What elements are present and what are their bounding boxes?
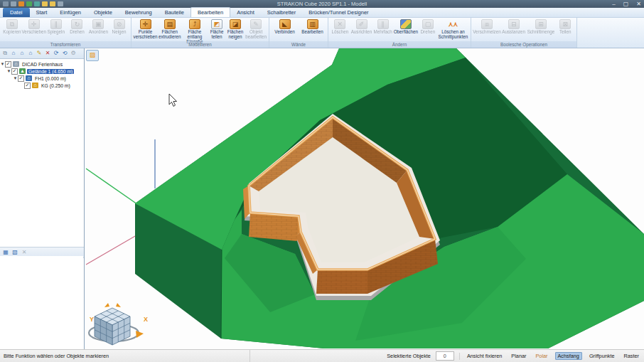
kopieren-button: ⧉ Kopieren	[1, 18, 23, 36]
expander-icon[interactable]: ▼	[6, 69, 11, 73]
waende-bearbeiten-button[interactable]: ▥ Bearbeiten	[299, 18, 326, 36]
add-view-icon[interactable]: ▦	[2, 249, 9, 256]
move-icon: ✛	[28, 19, 40, 29]
minimize-button[interactable]: –	[612, 0, 615, 8]
project-icon: ⌂	[13, 61, 19, 67]
tree-item-fh1[interactable]: ▼ ✓ ⌂ FH1 (0.000 m)	[0, 75, 84, 82]
flaeche-teilen-button[interactable]: ◩ Fläche teilen	[208, 18, 226, 41]
ausstanzen-button: ⊟ Ausstanzen	[501, 18, 526, 36]
refresh-icon[interactable]: ⟳	[53, 50, 60, 57]
nav-arrow-up-left[interactable]	[104, 303, 109, 307]
checkbox-icon[interactable]: ✓	[11, 68, 18, 75]
brick-texture	[249, 213, 299, 241]
tab-einfuegen[interactable]: Einfügen	[53, 8, 87, 17]
tab-bauteile[interactable]: Bauteile	[159, 8, 190, 17]
rotate-icon: ↻	[71, 19, 82, 29]
tab-objekte[interactable]: Objekte	[87, 8, 119, 17]
expander-icon[interactable]: ▼	[0, 62, 5, 66]
toggle-planar[interactable]: Planar	[509, 352, 528, 360]
status-message: Bitte Funktion wählen oder Objekte marki…	[0, 350, 250, 362]
viewport-tool-icon[interactable]: ▨	[86, 50, 99, 61]
tree-item-project[interactable]: ▼ ✓ ⌂ DICAD Ferienhaus	[0, 60, 84, 68]
terrain-icon: ▲	[19, 68, 26, 74]
nav-axis-x-label: X	[144, 316, 148, 323]
level-up-icon[interactable]: ⌂	[18, 50, 26, 57]
tab-ansicht[interactable]: Ansicht	[230, 8, 261, 17]
toggle-ansicht-fixieren[interactable]: Ansicht fixieren	[465, 352, 504, 360]
nav-cube[interactable]: Y X	[89, 303, 148, 345]
ribbon-group-transformieren: ⧉ Kopieren ✛ Verschieben ∥ Spiegeln ↻ Dr…	[0, 18, 132, 48]
checkbox-icon[interactable]: ✓	[24, 82, 31, 89]
slope-faces-icon: ◪	[230, 19, 241, 29]
settings-icon[interactable]: ⚙	[70, 50, 77, 57]
building-icon: ⌂	[26, 75, 32, 81]
tab-bruecken-tunnel-designer[interactable]: Brücken/Tunnel Designer	[302, 8, 375, 17]
pencil-icon[interactable]: ✎	[36, 50, 43, 57]
expander-icon[interactable]: ▼	[13, 76, 18, 80]
scene-3d: Y X	[85, 48, 644, 349]
axis-x	[86, 236, 135, 265]
edit-object-icon: ✎	[250, 19, 262, 29]
group-title-waende: Wände	[269, 41, 328, 48]
copy-icon: ⧉	[6, 19, 18, 29]
frame-icon: ▢	[422, 19, 434, 29]
tilt-icon: ⊘	[114, 19, 125, 29]
close-button[interactable]: ✕	[636, 0, 641, 8]
nav-axis-y-label: Y	[90, 316, 94, 323]
tree-item-gelaende[interactable]: ▼ ✓ ▲ Gelände 1 (4.650 m)	[0, 68, 84, 75]
objekt-bearbeiten-button: ✎ Objekt bearbeiten	[245, 18, 267, 41]
edit-walls-icon: ▥	[307, 19, 318, 29]
tab-datei[interactable]: Datei	[3, 8, 30, 17]
delete-node-icon[interactable]: ✕	[44, 50, 51, 57]
verschmelzen-button: ⧈ Verschmelzen	[473, 18, 501, 36]
boolean-subtract-icon: ⊟	[508, 19, 520, 29]
add-section-icon[interactable]: ▧	[11, 249, 18, 256]
punkte-verschieben-button[interactable]: ✛ Punkte verschieben	[133, 18, 158, 41]
tab-start[interactable]: Start	[30, 8, 54, 17]
mirror-icon: ∥	[50, 19, 62, 29]
toggle-achsfang[interactable]: Achsfang	[555, 352, 582, 360]
maximize-button[interactable]: ▢	[623, 0, 629, 8]
tab-bearbeiten[interactable]: Bearbeiten	[190, 7, 230, 17]
tab-schalbretter[interactable]: Schalbretter	[261, 8, 302, 17]
ribbon-tab-bar: Datei Start Einfügen Objekte Bewehrung B…	[0, 8, 644, 18]
neigen-button: ⊘ Neigen	[109, 18, 129, 36]
loeschen-button: ✕ Löschen	[330, 18, 350, 36]
toggle-raster[interactable]: Raster	[622, 352, 642, 360]
flaechen-extrudieren-button[interactable]: ▤ Flächen extrudieren	[158, 18, 182, 41]
level-down-icon[interactable]: ⌂	[27, 50, 34, 57]
model-viewport[interactable]: ▨	[85, 48, 644, 349]
ribbon-group-waende: ◣ Verbinden ▥ Bearbeiten Wände	[269, 18, 328, 48]
checkbox-icon[interactable]: ✓	[5, 61, 11, 68]
extrude-faces-icon: ▤	[164, 19, 176, 29]
delete-icon: ✕	[334, 19, 345, 29]
spiegeln-button: ∥ Spiegeln	[45, 18, 67, 36]
delete-at-intersections-icon: ⋏⋏	[447, 19, 458, 29]
toggle-griffpunkte[interactable]: Griffpunkte	[587, 352, 617, 360]
ribbon-group-aendern: ✕ Löschen ✐ Ausrichten ∥ Mehrfach Oberfl…	[328, 18, 471, 48]
verbinden-button[interactable]: ◣ Verbinden	[271, 18, 299, 36]
toggle-polar[interactable]: Polar	[533, 352, 549, 360]
home-icon[interactable]: ⌂	[10, 50, 17, 57]
tree-item-kg[interactable]: ✓ ⌂ KG (0.250 m)	[0, 82, 84, 89]
loeschen-an-schnittpunkten-button[interactable]: ⋏⋏ Löschen an Schnittpunkten	[437, 18, 469, 41]
oberflaechen-button[interactable]: Oberflächen	[393, 18, 419, 36]
nav-arrow-up-right[interactable]	[116, 303, 121, 307]
join-walls-icon: ◣	[279, 19, 291, 29]
remove-view-icon[interactable]: ✕	[21, 249, 28, 256]
surfaces-icon	[400, 19, 412, 29]
nav-ring-cone[interactable]	[136, 331, 144, 338]
boolean-split-icon: ⊠	[559, 19, 571, 29]
strakon-app-window: { "window": { "title": "STRAKON Cube 202…	[0, 0, 644, 362]
copy-level-icon[interactable]: ⧉	[1, 50, 9, 57]
ribbon-group-boolesche-operationen: ⧈ Verschmelzen ⊟ Ausstanzen ⊞ Schnittmen…	[471, 18, 577, 48]
mehrfach-button: ∥ Mehrfach	[372, 18, 392, 36]
tab-bewehrung[interactable]: Bewehrung	[119, 8, 159, 17]
view-list-panel[interactable]	[0, 256, 83, 349]
sync-icon[interactable]: ⟲	[61, 50, 68, 57]
flaechen-neigen-button[interactable]: ◪ Flächen neigen	[226, 18, 245, 41]
move-points-icon: ✛	[140, 19, 151, 29]
checkbox-icon[interactable]: ✓	[18, 75, 24, 82]
boolesch-teilen-button: ⊠ Teilen	[556, 18, 575, 36]
axis-y	[86, 169, 137, 204]
